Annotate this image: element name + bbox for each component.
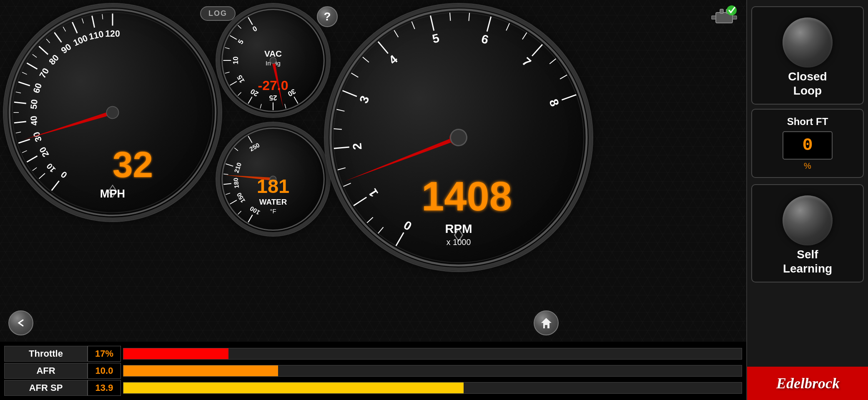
svg-line-6: [27, 156, 37, 162]
svg-text:80: 80: [47, 53, 61, 67]
vac-svg: 0 5 10 15 20 25 30: [220, 8, 326, 113]
bottom-section: Throttle 17% AFR 10.0 AFR SP 13.9: [0, 342, 746, 400]
svg-line-104: [344, 183, 351, 187]
afr-sp-row: AFR SP 13.9: [0, 380, 746, 396]
water-svg: 100 150 180 210 250 WATER °F: [220, 126, 326, 232]
right-panel: ClosedLoop Short FT 0 % SelfLearning Ede…: [746, 0, 868, 400]
svg-line-116: [549, 59, 556, 64]
svg-line-62: [285, 104, 286, 108]
svg-line-103: [367, 218, 373, 223]
closed-loop-knob[interactable]: [783, 18, 833, 68]
svg-line-100: [562, 95, 576, 100]
svg-text:8: 8: [547, 97, 562, 108]
afr-track: [123, 365, 742, 377]
svg-rect-126: [733, 16, 737, 19]
svg-text:60: 60: [31, 82, 44, 95]
log-label: LOG: [208, 9, 227, 18]
svg-line-8: [33, 168, 37, 170]
svg-line-107: [336, 109, 344, 111]
svg-line-27: [54, 32, 61, 42]
water-sublabel: °F: [270, 208, 276, 215]
svg-text:100: 100: [72, 33, 89, 48]
svg-text:25: 25: [269, 94, 277, 102]
svg-line-49: [230, 81, 237, 85]
svg-text:210: 210: [233, 162, 243, 174]
svg-text:10: 10: [232, 57, 240, 65]
svg-text:0: 0: [401, 218, 414, 233]
svg-text:110: 110: [88, 29, 105, 42]
svg-text:20: 20: [38, 145, 51, 159]
svg-point-40: [105, 105, 120, 120]
throttle-value: 17%: [88, 346, 121, 362]
svg-line-45: [230, 35, 237, 39]
svg-text:0: 0: [59, 169, 69, 180]
svg-line-70: [223, 184, 231, 185]
self-learning-label: SelfLearning: [783, 248, 832, 275]
log-button[interactable]: LOG: [200, 6, 236, 21]
svg-line-105: [338, 168, 346, 170]
svg-text:0: 0: [251, 25, 258, 33]
svg-line-60: [238, 92, 241, 95]
engine-icon-area: [707, 4, 741, 29]
svg-line-30: [72, 22, 77, 33]
svg-rect-123: [720, 9, 723, 13]
home-icon: [539, 316, 554, 330]
tachometer-svg: 0 1 2 3 4 5 6 7: [329, 8, 589, 268]
svg-line-20: [16, 92, 21, 93]
water-gauge: 100 150 180 210 250 WATER °F: [217, 123, 329, 235]
svg-line-84: [396, 232, 404, 246]
svg-line-51: [248, 97, 252, 103]
svg-line-58: [225, 48, 230, 49]
svg-text:1: 1: [366, 186, 381, 199]
svg-line-18: [18, 82, 30, 86]
speedometer-svg: 0 10 20 30 40 50: [8, 8, 218, 218]
svg-line-86: [354, 197, 366, 205]
home-button[interactable]: [534, 310, 559, 335]
svg-line-15: [14, 102, 26, 103]
short-ft-label: Short FT: [787, 116, 828, 128]
svg-line-24: [39, 46, 48, 54]
svg-text:6: 6: [480, 32, 490, 47]
svg-line-109: [363, 57, 369, 62]
svg-line-76: [238, 211, 241, 214]
svg-text:4: 4: [386, 52, 401, 67]
svg-line-106: [334, 129, 341, 129]
svg-text:40: 40: [29, 115, 40, 126]
closed-loop-section[interactable]: ClosedLoop: [751, 6, 864, 105]
svg-line-113: [469, 13, 469, 21]
svg-text:90: 90: [59, 42, 73, 55]
svg-line-61: [260, 104, 261, 108]
svg-line-108: [351, 73, 359, 77]
svg-line-117: [560, 75, 567, 79]
svg-line-115: [522, 32, 527, 39]
svg-text:7: 7: [520, 55, 534, 69]
svg-line-14: [16, 132, 21, 133]
self-learning-knob[interactable]: [783, 195, 833, 245]
svg-line-9: [18, 139, 30, 143]
afr-sp-fill: [123, 382, 464, 393]
afr-sp-track: [123, 382, 742, 394]
rpm-subunit: x 1000: [447, 238, 471, 247]
svg-line-38: [102, 14, 103, 20]
afr-sp-label: AFR SP: [4, 380, 88, 396]
engine-icon: [707, 4, 741, 29]
self-learning-section[interactable]: SelfLearning: [751, 184, 864, 282]
svg-line-55: [294, 97, 298, 103]
throttle-label: Throttle: [4, 346, 88, 362]
svg-text:5: 5: [236, 38, 245, 46]
help-label: ?: [324, 10, 331, 23]
svg-line-92: [378, 42, 388, 53]
water-label: WATER: [259, 198, 287, 206]
back-button[interactable]: [8, 310, 33, 335]
help-button[interactable]: ?: [317, 6, 338, 27]
svg-line-12: [14, 122, 26, 123]
svg-line-88: [334, 147, 349, 148]
svg-text:3: 3: [357, 94, 372, 105]
svg-line-79: [234, 148, 238, 151]
svg-text:15: 15: [236, 74, 246, 85]
short-ft-value: 0: [802, 135, 813, 155]
svg-text:10: 10: [45, 162, 58, 175]
svg-line-59: [225, 72, 230, 73]
back-icon: [15, 317, 27, 329]
svg-line-72: [226, 164, 233, 166]
